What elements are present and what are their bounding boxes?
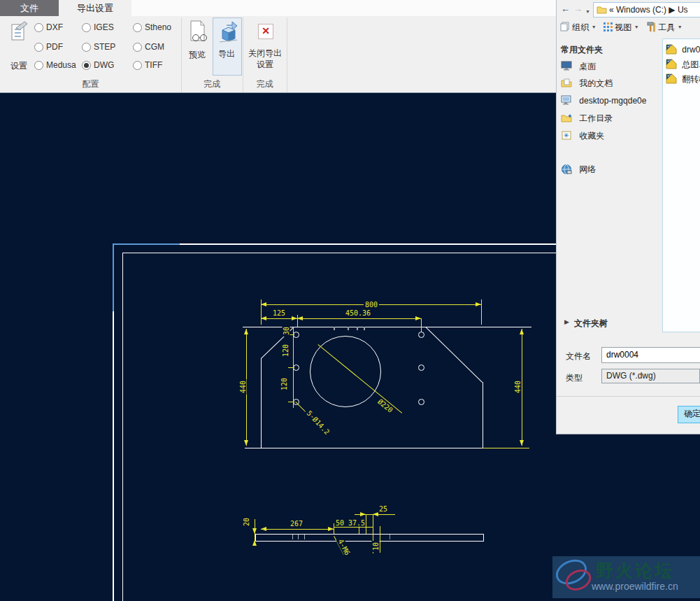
ext-line [481, 299, 482, 325]
type-select[interactable]: DWG (*.dwg) [601, 369, 700, 383]
plate-bottom-edge [245, 448, 483, 448]
radio-dwg-label: DWG [94, 60, 114, 70]
close-label-2: 设置 [245, 59, 285, 71]
settings-icon [9, 32, 29, 44]
computer-icon [561, 98, 573, 108]
watermark-title: 野火论坛 [596, 559, 674, 582]
close-export-button[interactable]: ✕ 关闭导出 设置 [245, 18, 285, 74]
view-menu[interactable]: 视图 ▼ [603, 22, 639, 36]
frame-inner-v [122, 253, 123, 601]
export-icon [217, 34, 238, 46]
file-item[interactable]: 翻转板 [666, 73, 700, 86]
settings-button[interactable]: 设置 [4, 20, 34, 74]
sidebar-item-network[interactable]: 网络 [561, 164, 596, 176]
svg-text:✦: ✦ [567, 113, 573, 120]
dim-125: 125 [271, 309, 287, 317]
radio-tiff[interactable] [133, 61, 142, 70]
dim-440-right: 440 [514, 379, 522, 395]
settings-label: 设置 [4, 60, 34, 72]
group-label-done2: 完成 [243, 78, 287, 90]
tools-menu[interactable]: 工具 ▼ [646, 22, 683, 36]
dim-120a: 120 [282, 343, 290, 358]
group-label-config: 配置 [0, 78, 181, 90]
tools-label: 工具 [658, 22, 675, 32]
organize-icon [559, 22, 570, 32]
dim-line [380, 526, 380, 553]
view-grid-icon [603, 22, 613, 32]
address-text: « Windows (C:) ▶ Us [609, 5, 688, 15]
radio-dxf[interactable] [34, 23, 43, 32]
ribbon-tab-row: 文件 导出设置 [0, 0, 556, 16]
dialog-separator [557, 396, 700, 397]
file-list-panel[interactable]: drw0 总图. 翻转板 [662, 38, 700, 332]
ext-tick [288, 402, 294, 402]
sidebar-item-documents[interactable]: 我的文档 [561, 78, 613, 90]
dim-267: 267 [289, 520, 304, 528]
edge-slot [348, 327, 349, 330]
working-dir-icon: ✦ [561, 115, 573, 125]
preview-icon [187, 34, 208, 45]
radio-step[interactable] [82, 43, 91, 52]
preview-label: 预览 [183, 49, 211, 61]
radio-dxf-label: DXF [46, 22, 63, 32]
sidebar-item-desktop[interactable]: 桌面 [561, 61, 596, 73]
radio-cgm-label: CGM [145, 42, 164, 52]
address-bar[interactable]: « Windows (C:) ▶ Us [593, 2, 700, 17]
drawing-file-icon [666, 62, 677, 71]
close-label-1: 关闭导出 [245, 48, 285, 59]
ok-button[interactable]: 确定 [678, 406, 700, 423]
radio-cgm[interactable] [133, 43, 142, 52]
sidebar-item-favorites[interactable]: ✳ 收藏夹 [561, 130, 604, 143]
sidebar-item-working-dir[interactable]: ✦ 工作目录 [561, 113, 613, 125]
radio-pdf[interactable] [34, 43, 43, 52]
chevron-down-icon: ▼ [678, 24, 683, 29]
folder-icon [597, 4, 607, 17]
drawing-file-icon [666, 76, 677, 86]
radio-dwg[interactable] [82, 61, 91, 70]
file-item[interactable]: 总图. [666, 59, 700, 71]
type-label: 类型 [566, 372, 583, 384]
organize-menu[interactable]: 组织 ▼ [559, 22, 597, 36]
bar-tick [292, 535, 293, 539]
nav-dropdown-icon[interactable]: ▼ [585, 6, 590, 18]
radio-medusa[interactable] [34, 61, 43, 70]
edge-slot [364, 327, 365, 330]
documents-folder-icon [561, 80, 573, 90]
export-label: 导出 [213, 48, 240, 60]
forward-button[interactable]: → [573, 3, 583, 15]
plate-right-edge [483, 382, 483, 448]
close-icon: ✕ [258, 24, 273, 39]
dim-line [261, 318, 421, 319]
file-item[interactable]: drw0 [666, 44, 700, 57]
svg-text:✳: ✳ [564, 132, 569, 139]
plate-left-edge [261, 358, 262, 448]
tab-file[interactable]: 文件 [0, 0, 59, 16]
bar-tick [390, 535, 390, 539]
export-button[interactable]: 导出 [213, 17, 242, 76]
tab-export-settings[interactable]: 导出设置 [59, 0, 131, 16]
dim-hole-callout: 5-Ø14.2 [304, 408, 332, 437]
preview-button[interactable]: 预览 [183, 18, 211, 74]
frame-highlight-h [113, 243, 180, 245]
edge-slot [357, 327, 358, 330]
watermark: 野火论坛 www.proewildfire.cn [552, 556, 700, 598]
sidebar-item-computer[interactable]: desktop-mgqde0e [561, 95, 646, 108]
back-button[interactable]: ← [561, 3, 570, 15]
radio-iges[interactable] [82, 23, 91, 32]
view-label: 视图 [615, 22, 631, 32]
radio-medusa-label: Medusa [46, 60, 76, 70]
sideview-bar [255, 534, 484, 542]
radio-stheno[interactable] [133, 23, 142, 32]
dim-30: 30 [283, 325, 290, 337]
filename-input[interactable] [601, 347, 700, 363]
dim-450.36: 450.36 [344, 309, 372, 317]
dim-50: 50 [334, 519, 345, 527]
chevron-down-icon: ▼ [634, 24, 639, 29]
folder-tree-expander[interactable]: ▶ [564, 318, 569, 325]
frame-highlight-v [113, 245, 114, 311]
desktop-icon [561, 64, 573, 73]
ext-tick [288, 367, 294, 368]
dim-20: 20 [243, 516, 250, 528]
radio-pdf-label: PDF [46, 42, 63, 52]
favorites-icon: ✳ [561, 133, 573, 143]
